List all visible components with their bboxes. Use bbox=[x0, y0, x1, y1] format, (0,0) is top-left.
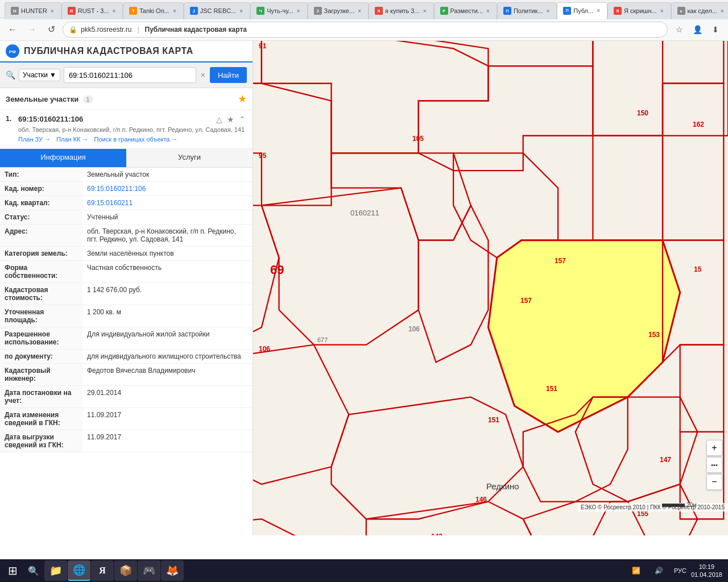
close-tab-jsc[interactable]: × bbox=[238, 8, 244, 14]
tab-bar: H HUNTER × R RUST - 3... × T Tanki On...… bbox=[5, 0, 728, 19]
tab-jsc-label: JSC REBC... bbox=[200, 7, 237, 14]
info-key-category: Категория земель: bbox=[0, 247, 82, 261]
zoom-controls: + ••• − bbox=[706, 440, 722, 490]
download-btn[interactable]: ⬇ bbox=[708, 22, 723, 38]
hunter-favicon: H bbox=[11, 7, 19, 15]
kad-nomer-link[interactable]: 69:15:0160211:106 bbox=[87, 185, 146, 193]
results-star-btn[interactable]: ★ bbox=[238, 93, 247, 105]
zoom-out-btn[interactable]: − bbox=[706, 474, 722, 490]
kak-favicon: к bbox=[677, 7, 685, 15]
close-tab-politika[interactable]: × bbox=[545, 8, 551, 14]
info-key-razreshenie: Разрешенное использование: bbox=[0, 327, 82, 350]
info-key-kadnomer: Кад. номер: bbox=[0, 182, 82, 196]
browser-titlebar: H HUNTER × R RUST - 3... × T Tanki On...… bbox=[0, 0, 728, 18]
info-key-type: Тип: bbox=[0, 168, 82, 182]
search-dropdown[interactable]: Участки ▼ bbox=[19, 69, 60, 81]
address-separator: | bbox=[137, 26, 139, 34]
close-tab-chut[interactable]: × bbox=[296, 8, 301, 14]
tab-kupit-label: я купить 3... bbox=[385, 7, 420, 14]
search-icon: 🔍 bbox=[6, 70, 15, 80]
refresh-btn[interactable]: ↺ bbox=[43, 22, 59, 38]
tab-kupit[interactable]: Я я купить 3... × bbox=[369, 2, 434, 19]
taskbar-time-display: 10:19 01.04.2018 bbox=[691, 563, 722, 579]
result-expand-btn[interactable]: ⌃ bbox=[238, 115, 247, 124]
close-tab-pub[interactable]: × bbox=[595, 7, 601, 14]
result-bookmark-btn[interactable]: ★ bbox=[226, 115, 235, 124]
search-bounds-link[interactable]: Поиск в границах объекта → bbox=[94, 136, 178, 143]
app1-taskbar-btn[interactable]: 📦 bbox=[114, 560, 137, 581]
kad-kvart-link[interactable]: 69:15:0160211 bbox=[87, 199, 133, 207]
yandex-taskbar-btn[interactable]: Я bbox=[91, 560, 114, 581]
tab-rust[interactable]: R RUST - 3... × bbox=[61, 2, 123, 19]
explorer-btn[interactable]: 📁 bbox=[44, 560, 67, 581]
plan-zu-link[interactable]: План ЗУ → bbox=[18, 136, 51, 143]
forward-btn[interactable]: → bbox=[24, 22, 40, 38]
tab-pub[interactable]: П Публ... × bbox=[557, 2, 607, 19]
info-row-type: Тип: Земельный участок bbox=[0, 168, 253, 182]
close-tab-kupit[interactable]: × bbox=[422, 8, 428, 14]
profile-btn[interactable]: 👤 bbox=[689, 22, 705, 38]
back-btn[interactable]: ← bbox=[5, 22, 20, 38]
info-row-date-upload: Дата выгрузки сведений из ГКН: 11.09.201… bbox=[0, 430, 253, 452]
browser-taskbar-btn[interactable]: 🌐 bbox=[68, 560, 90, 581]
close-tab-tanki[interactable]: × bbox=[172, 8, 177, 14]
info-val-kadnomer: 69:15:0160211:106 bbox=[82, 182, 253, 196]
address-bar-row: ← → ↺ 🔒 pkk5.rosreestr.ru | Публичная ка… bbox=[0, 18, 728, 41]
results-section: Земельные участки 1 ★ 1. 69:15:0160211:1… bbox=[0, 88, 253, 535]
search-clear-btn[interactable]: × bbox=[200, 69, 206, 81]
search-input[interactable] bbox=[64, 67, 196, 83]
close-tab-razmest[interactable]: × bbox=[485, 8, 491, 14]
info-row-date-change: Дата изменения сведений в ГКН: 11.09.201… bbox=[0, 408, 253, 430]
close-tab-zagruzka[interactable]: × bbox=[357, 8, 362, 14]
tab-jsc[interactable]: J JSC REBC... × bbox=[184, 2, 250, 19]
info-row-kadnomer: Кад. номер: 69:15:0160211:106 bbox=[0, 182, 253, 196]
info-val-category: Земли населённых пунктов bbox=[82, 247, 253, 261]
results-count-badge: 1 bbox=[83, 95, 93, 103]
info-row-ownership: Форма собственности: Частная собственнос… bbox=[0, 261, 253, 283]
zoom-more-btn[interactable]: ••• bbox=[706, 457, 722, 473]
address-box[interactable]: 🔒 pkk5.rosreestr.ru | Публичная кадастро… bbox=[63, 22, 668, 38]
kupit-favicon: Я bbox=[375, 7, 383, 15]
scrn-favicon: Я bbox=[614, 7, 622, 15]
app2-taskbar-btn[interactable]: 🎮 bbox=[138, 560, 160, 581]
info-val-razreshenie: Для индивидуальной жилой застройки bbox=[82, 327, 253, 350]
tab-scrn[interactable]: Я Я скришн... × bbox=[607, 2, 671, 19]
tray-network-btn[interactable]: 📶 bbox=[626, 560, 647, 581]
info-row-area: Уточненная площадь: 1 200 кв. м bbox=[0, 305, 253, 327]
jsc-favicon: J bbox=[190, 7, 198, 15]
tab-chut[interactable]: Ч Чуть-чу... × bbox=[250, 2, 307, 19]
tab-info[interactable]: Информация bbox=[0, 149, 126, 167]
tab-zagruzka[interactable]: З Загрузке... × bbox=[308, 2, 369, 19]
zoom-in-btn[interactable]: + bbox=[706, 440, 722, 456]
tab-hunter[interactable]: H HUNTER × bbox=[5, 2, 61, 19]
dropdown-arrow: ▼ bbox=[49, 71, 56, 79]
tab-kak-label: как сдел... bbox=[688, 7, 717, 14]
tab-politika-label: Политик... bbox=[514, 7, 543, 14]
main-area: 91 95 106 150 162 105 157 157 15 153 151… bbox=[0, 41, 728, 535]
left-panel: РФ ПУБЛИЧНАЯ КАДАСТРОВАЯ КАРТА 🔍 Участки… bbox=[0, 41, 253, 535]
bookmark-btn[interactable]: ☆ bbox=[671, 22, 687, 38]
result-action-btns: △ ★ ⌃ bbox=[215, 115, 247, 124]
results-header: Земельные участки 1 ★ bbox=[0, 88, 253, 110]
close-tab-rust[interactable]: × bbox=[111, 8, 117, 14]
search-bar: 🔍 Участки ▼ × Найти bbox=[0, 63, 253, 88]
close-tab-hunter[interactable]: × bbox=[49, 8, 55, 14]
tab-kak[interactable]: к как сдел... × bbox=[671, 2, 728, 19]
tab-tanki[interactable]: T Tanki On... × bbox=[123, 2, 183, 19]
result-links-row: План ЗУ → План КК → Поиск в границах объ… bbox=[18, 136, 247, 143]
search-taskbar-btn[interactable]: 🔍 bbox=[23, 560, 44, 581]
close-tab-scrn[interactable]: × bbox=[659, 8, 665, 14]
firefox-taskbar-btn[interactable]: 🦊 bbox=[161, 560, 184, 581]
tray-sound-btn[interactable]: 🔊 bbox=[649, 560, 669, 581]
result-pin-btn[interactable]: △ bbox=[215, 115, 224, 124]
tab-politika[interactable]: П Политик... × bbox=[497, 2, 557, 19]
tab-razmest[interactable]: Р Размести... × bbox=[434, 2, 497, 19]
politika-favicon: П bbox=[503, 7, 511, 15]
plan-kk-link[interactable]: План КК → bbox=[56, 136, 88, 143]
search-button[interactable]: Найти bbox=[210, 67, 247, 83]
info-row-kadkvart: Кад. квартал: 69:15:0160211 bbox=[0, 196, 253, 210]
close-tab-kak[interactable]: × bbox=[719, 8, 725, 14]
tab-services[interactable]: Услуги bbox=[126, 149, 253, 167]
info-row-address: Адрес: обл. Тверская, р-н Конаковский, г… bbox=[0, 225, 253, 247]
start-btn[interactable]: ⊞ bbox=[2, 560, 23, 581]
